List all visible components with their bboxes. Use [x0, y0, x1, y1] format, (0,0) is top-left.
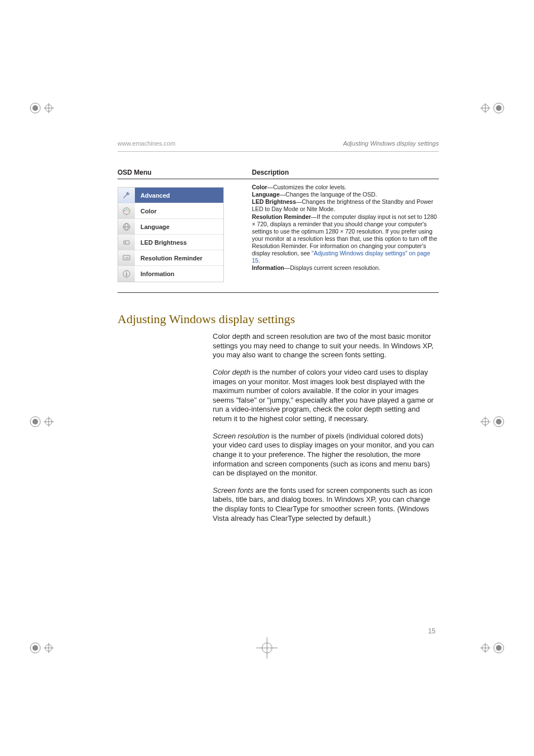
svg-point-35 [126, 208, 128, 210]
info-icon [118, 266, 135, 282]
body-paragraph: Screen fonts are the fonts used for scre… [213, 486, 437, 524]
osd-item-label: Advanced [135, 192, 223, 199]
osd-item-label: Resolution Reminder [135, 255, 223, 262]
registration-mark [480, 95, 506, 121]
wrench-icon [118, 188, 135, 203]
svg-point-34 [124, 209, 126, 211]
osd-item-label: Color [135, 208, 223, 214]
osd-item-led-brightness: LED Brightness [118, 235, 223, 250]
registration-mark [28, 635, 54, 661]
text: —Customizes the color levels. [267, 184, 346, 190]
osd-description-table: OSD Menu Description Advanced Color [118, 169, 439, 293]
osd-item-label: Information [135, 270, 223, 277]
svg-text:1280: 1280 [124, 256, 130, 259]
osd-item-advanced: Advanced [118, 188, 223, 203]
osd-item-information: Information [118, 266, 223, 282]
registration-mark [28, 95, 54, 121]
registration-mark [28, 409, 54, 435]
term-screen-fonts: Screen fonts [213, 486, 254, 494]
text: . [259, 257, 260, 264]
registration-mark [480, 409, 506, 435]
registration-mark [254, 635, 280, 661]
svg-point-21 [32, 645, 38, 651]
osd-description-text: Color—Customizes the color levels. Langu… [252, 184, 439, 282]
text: —Changes the language of the OSD. [280, 191, 377, 198]
body-paragraph: Screen resolution is the number of pixel… [213, 432, 437, 478]
svg-point-1 [32, 105, 38, 111]
page-content: www.emachines.com Adjusting Windows disp… [84, 118, 450, 638]
svg-rect-46 [126, 272, 127, 273]
palette-icon [118, 203, 135, 219]
osd-item-label: LED Brightness [135, 239, 223, 246]
osd-item-language: Language [118, 219, 223, 235]
svg-point-29 [496, 645, 502, 651]
registration-mark [480, 635, 506, 661]
svg-rect-40 [124, 241, 129, 244]
term-information: Information [252, 264, 284, 271]
svg-point-41 [125, 241, 126, 242]
text: —Displays current screen resolution. [284, 264, 381, 271]
table-header-description: Description [252, 169, 439, 176]
term-color-depth: Color depth [213, 368, 250, 376]
section-heading: Adjusting Windows display settings [118, 312, 439, 326]
svg-point-9 [496, 105, 502, 111]
globe-icon [118, 219, 135, 235]
header-section-title: Adjusting Windows display settings [343, 140, 439, 147]
header-rule [118, 151, 439, 152]
table-header-osd-menu: OSD Menu [118, 169, 252, 176]
osd-item-resolution-reminder: 1280 Resolution Reminder [118, 250, 223, 266]
body-paragraph: Color depth and screen resolution are tw… [213, 332, 437, 360]
svg-point-36 [128, 209, 129, 211]
led-icon [118, 235, 135, 250]
term-resolution-reminder: Resolution Reminder [252, 213, 311, 220]
osd-menu-screenshot: Advanced Color Language LED Brightn [118, 187, 224, 282]
term-screen-resolution: Screen resolution [213, 432, 269, 440]
svg-rect-45 [126, 273, 127, 276]
term-color: Color [252, 184, 267, 190]
running-header: www.emachines.com Adjusting Windows disp… [118, 140, 439, 147]
term-language: Language [252, 191, 280, 198]
resolution-icon: 1280 [118, 250, 135, 266]
body-paragraph: Color depth is the number of colors your… [213, 368, 437, 424]
header-url: www.emachines.com [118, 140, 175, 147]
svg-point-19 [496, 419, 502, 424]
term-led-brightness: LED Brightness [252, 198, 296, 205]
osd-item-label: Language [135, 223, 223, 230]
osd-item-color: Color [118, 203, 223, 219]
svg-point-11 [32, 419, 38, 424]
page-number: 15 [428, 627, 435, 635]
